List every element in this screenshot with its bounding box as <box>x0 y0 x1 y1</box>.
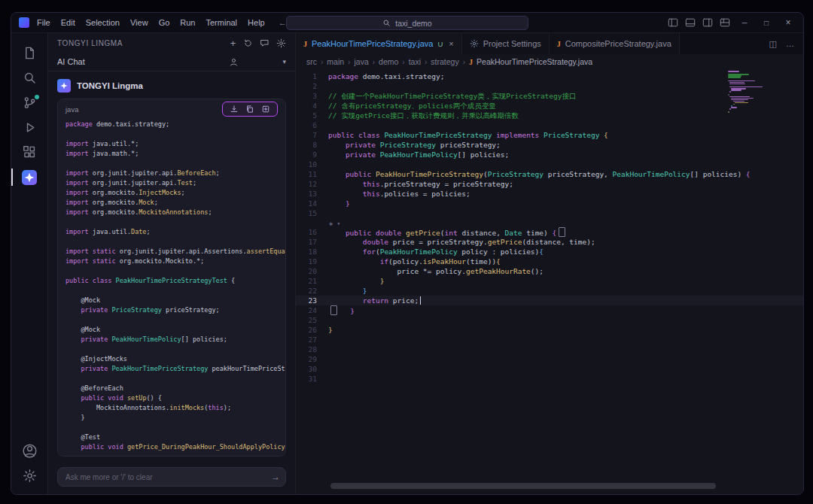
line-number: 17 <box>296 237 328 247</box>
customize-layout-icon[interactable] <box>720 17 730 28</box>
breadcrumb-item[interactable]: strategy <box>431 57 458 66</box>
explorer-icon[interactable] <box>11 41 47 65</box>
chat-messages: TONGYI Lingma java package demo.taxi.str… <box>48 71 295 461</box>
breadcrumb-item[interactable]: src <box>306 57 317 66</box>
breadcrumb-separator: › <box>373 58 375 66</box>
maximize-button[interactable]: □ <box>759 19 774 27</box>
menu-item-view[interactable]: View <box>130 18 148 27</box>
code-line: 13 this.policies = policies; <box>296 189 803 199</box>
code-line <box>65 375 278 384</box>
menu-item-edit[interactable]: Edit <box>61 18 75 27</box>
menu-item-terminal[interactable]: Terminal <box>206 18 238 27</box>
lingma-assistant-icon[interactable] <box>11 165 47 190</box>
account-icon[interactable] <box>11 439 47 463</box>
close-button[interactable]: × <box>781 17 796 28</box>
code-line: public void setUp() { <box>65 394 278 404</box>
code-line: 2 <box>296 81 803 91</box>
line-number: 15 <box>296 208 328 218</box>
breadcrumb-item[interactable]: java <box>354 57 368 66</box>
menu-item-run[interactable]: Run <box>180 18 195 27</box>
editor-tab-bar: J PeakHourTimePriceStrategy.java U × Pro… <box>296 33 803 54</box>
code-line <box>65 316 278 326</box>
feedback-icon[interactable] <box>260 38 269 48</box>
insert-code-icon[interactable] <box>230 105 239 114</box>
code-line: private PeakHourTimePolicy[] policies; <box>65 335 278 345</box>
git-untracked-badge: U <box>437 40 443 48</box>
new-chat-icon[interactable]: + <box>230 38 236 48</box>
search-sidebar-icon[interactable] <box>11 65 47 90</box>
breadcrumb-item[interactable]: demo <box>379 57 398 66</box>
line-number: 13 <box>296 189 328 199</box>
source-control-icon[interactable] <box>11 90 47 115</box>
run-debug-icon[interactable] <box>11 115 47 140</box>
history-icon[interactable] <box>243 38 253 48</box>
line-number: 25 <box>296 315 328 325</box>
settings-gear-icon[interactable] <box>11 463 47 488</box>
command-center-search[interactable]: taxi_demo <box>286 16 528 30</box>
layout-sidebar-icon[interactable] <box>668 17 678 28</box>
chat-tab-label: AI Chat <box>57 57 85 66</box>
chat-code-content: package demo.taxi.strategy;import java.u… <box>58 119 285 456</box>
chat-input[interactable] <box>57 467 286 487</box>
code-line: 21 } <box>296 276 803 286</box>
activity-bar <box>11 33 48 494</box>
line-number: 16 <box>296 227 328 237</box>
menu-item-help[interactable]: Help <box>248 18 265 27</box>
minimize-button[interactable]: ─ <box>737 19 752 27</box>
code-line: 29 <box>296 354 803 364</box>
app-window: File Edit Selection View Go Run Terminal… <box>11 12 804 495</box>
code-line: import org.junit.jupiter.api.BeforeEach; <box>65 169 278 179</box>
java-file-icon: J <box>303 40 307 48</box>
code-editor[interactable]: 1package demo.taxi.strategy;23// 创建一个Pea… <box>296 69 803 494</box>
code-line: 28 <box>296 345 803 354</box>
code-line: private PriceStrategy priceStrategy; <box>65 306 278 316</box>
send-icon[interactable]: → <box>271 472 280 482</box>
line-number: 21 <box>296 276 328 286</box>
minimap[interactable] <box>728 71 763 121</box>
line-number: 7 <box>296 130 328 140</box>
code-line: 11 public PeakHourTimePriceStrategy(Pric… <box>296 169 803 179</box>
layout-panel-icon[interactable] <box>685 17 696 28</box>
layout-secondary-sidebar-icon[interactable] <box>702 17 713 28</box>
code-line: 10 <box>296 159 803 169</box>
tab-close-icon[interactable]: × <box>449 39 453 48</box>
tab-project-settings[interactable]: Project Settings <box>462 33 550 54</box>
breadcrumb-item[interactable]: main <box>327 57 344 66</box>
code-line: 17 double price = priceStrategy.getPrice… <box>296 237 803 247</box>
tab-peakhourtimepricestrategy[interactable]: J PeakHourTimePriceStrategy.java U × <box>296 33 462 54</box>
breadcrumb-item[interactable]: taxi <box>409 57 421 66</box>
extensions-icon[interactable] <box>11 140 47 165</box>
line-number: 22 <box>296 286 328 296</box>
code-line: 19 if(policy.isPeakHour(time)){ <box>296 257 803 266</box>
code-line: 14 } <box>296 199 803 208</box>
app-logo-icon <box>19 17 29 28</box>
breadcrumb-item[interactable]: PeakHourTimePriceStrategy.java <box>477 57 592 66</box>
new-file-code-icon[interactable] <box>261 105 270 114</box>
menubar: File Edit Selection View Go Run Terminal… <box>37 18 265 27</box>
assistant-name: TONGYI Lingma <box>77 81 143 90</box>
code-line: 27 <box>296 335 803 345</box>
panel-settings-icon[interactable] <box>276 38 286 48</box>
horizontal-scrollbar[interactable] <box>330 483 716 489</box>
search-icon <box>382 19 391 27</box>
tab-compositepricestrategy[interactable]: J CompositePriceStrategy.java <box>550 33 680 54</box>
line-number: 19 <box>296 257 328 266</box>
split-editor-icon[interactable]: ◫ <box>769 39 777 49</box>
code-line <box>65 159 278 169</box>
source-control-badge <box>35 95 39 99</box>
line-number: 27 <box>296 335 328 345</box>
code-line: @InjectMocks <box>65 355 278 365</box>
copy-code-icon[interactable] <box>245 105 254 114</box>
chevron-down-icon[interactable]: ▾ <box>282 58 286 65</box>
menu-item-go[interactable]: Go <box>159 18 170 27</box>
code-line <box>65 218 278 228</box>
code-line: @BeforeEach <box>65 384 278 394</box>
code-line: import java.util.*; <box>65 140 278 150</box>
code-line: import static org.junit.jupiter.api.Asse… <box>65 247 278 257</box>
more-actions-icon[interactable]: … <box>786 39 794 48</box>
chat-mode-selector[interactable]: AI Chat ▾ <box>48 53 295 71</box>
user-icon[interactable] <box>229 57 239 67</box>
code-line: public void getPrice_DuringPeakHour_Shou… <box>65 443 278 453</box>
menu-item-file[interactable]: File <box>37 18 50 27</box>
menu-item-selection[interactable]: Selection <box>86 18 120 27</box>
